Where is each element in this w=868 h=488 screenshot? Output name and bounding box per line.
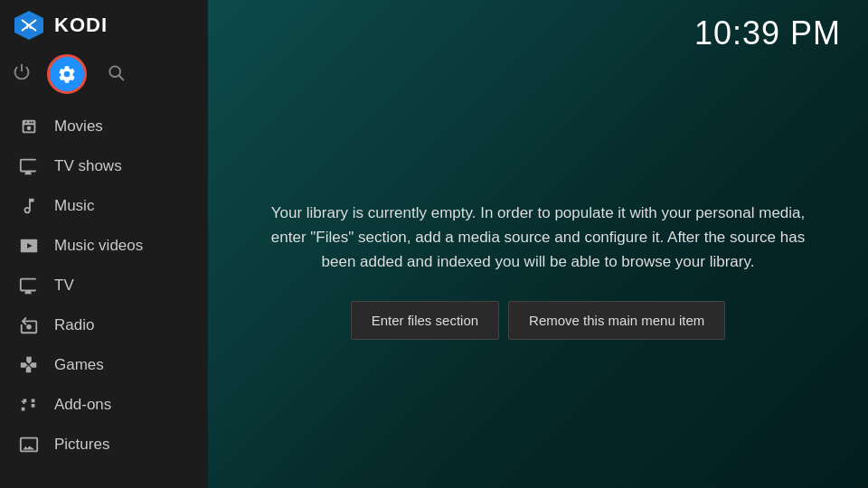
sidebar-item-music-videos-label: Music videos [54,237,143,255]
sidebar-item-music-videos[interactable]: Music videos [0,226,208,266]
music-videos-icon [18,235,40,257]
sidebar-item-tv[interactable]: TV [0,266,208,305]
sidebar-item-games-label: Games [54,356,104,374]
remove-menu-item-button[interactable]: Remove this main menu item [508,301,725,340]
sidebar-item-add-ons[interactable]: Add-ons [0,385,208,425]
settings-button[interactable] [47,54,87,94]
nav-list: Movies TV shows Music Music videos [0,107,208,488]
sidebar-item-movies-label: Movies [54,117,103,136]
sidebar-item-games[interactable]: Games [0,345,208,385]
sidebar-item-radio-label: Radio [54,316,94,334]
svg-line-7 [119,75,124,80]
tv-shows-icon [18,155,40,177]
sidebar-item-tv-shows-label: TV shows [54,157,122,175]
sidebar-icons-row [0,51,208,107]
sidebar-item-pictures-label: Pictures [54,436,109,454]
music-icon [18,195,40,217]
tv-icon [18,275,40,296]
sidebar-item-music-label: Music [54,197,94,215]
power-icon[interactable] [13,63,31,86]
sidebar-item-tv-label: TV [54,277,74,295]
radio-icon [18,314,40,336]
clock-display: 10:39 PM [694,14,841,52]
sidebar-item-pictures[interactable]: Pictures [0,425,208,465]
action-buttons: Enter files section Remove this main men… [262,301,814,340]
movies-icon [18,116,40,137]
search-icon[interactable] [107,63,125,86]
sidebar-header: K KODI [0,0,208,51]
sidebar: K KODI [0,0,208,488]
app-title: KODI [54,14,108,37]
sidebar-item-radio[interactable]: Radio [0,305,208,345]
top-bar: 10:39 PM [208,0,868,52]
library-empty-message: Your library is currently empty. In orde… [262,201,814,275]
sidebar-item-add-ons-label: Add-ons [54,396,111,414]
library-message-container: Your library is currently empty. In orde… [262,201,814,341]
svg-point-11 [26,324,32,330]
sidebar-item-music[interactable]: Music [0,186,208,226]
enter-files-button[interactable]: Enter files section [351,301,499,340]
pictures-icon [18,434,40,455]
sidebar-item-movies[interactable]: Movies [0,107,208,146]
svg-point-8 [27,127,32,131]
main-content: 10:39 PM Your library is currently empty… [208,0,868,488]
add-ons-icon [18,394,40,416]
games-icon [18,354,40,376]
sidebar-item-tv-shows[interactable]: TV shows [0,146,208,186]
content-body: Your library is currently empty. In orde… [208,52,868,488]
kodi-logo-icon: K [13,9,45,42]
